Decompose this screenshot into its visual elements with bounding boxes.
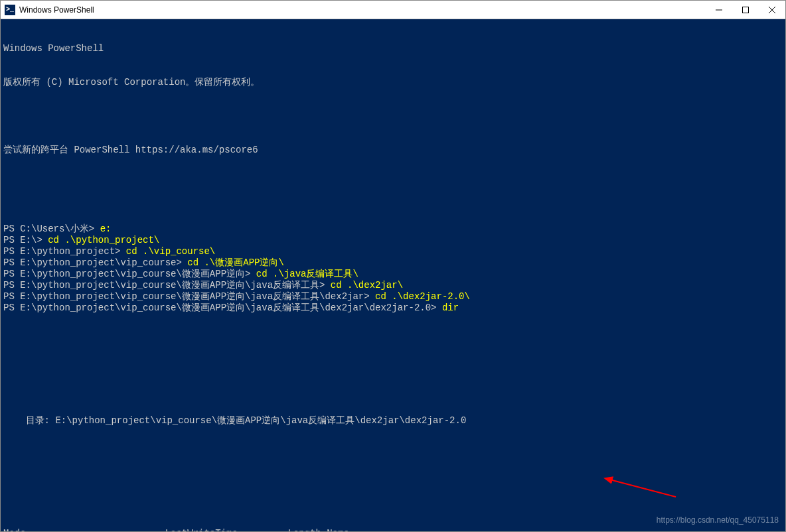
prompt-prefix: PS E:\python_project\vip_course\微漫画APP逆向… [3, 269, 256, 279]
terminal-line [3, 178, 783, 190]
command-line: PS E:\python_project\vip_course\微漫画APP逆向… [3, 302, 783, 314]
list-item: Mode LastWriteTime Length Name [3, 528, 783, 531]
prompt-prefix: PS E:\python_project\vip_course> [3, 257, 187, 268]
command-text: cd .\dex2jar\ [331, 280, 403, 291]
command-text: cd .\微漫画APP逆向\ [187, 257, 284, 268]
watermark-text: https://blog.csdn.net/qq_45075118 [657, 515, 779, 526]
command-text: cd .\vip_course\ [126, 246, 215, 257]
maximize-button[interactable] [732, 1, 759, 19]
prompt-prefix: PS E:\python_project\vip_course\微漫画APP逆向… [3, 280, 331, 291]
prompt-prefix: PS E:\python_project\vip_course\微漫画APP逆向… [3, 291, 375, 302]
command-text: cd .\dex2jar-2.0\ [375, 291, 470, 302]
prompt-block: PS C:\Users\小米> e:PS E:\> cd .\python_pr… [3, 224, 783, 314]
directory-listing: Mode LastWriteTime Length Name---- -----… [3, 528, 783, 531]
terminal[interactable]: Windows PowerShell 版权所有 (C) Microsoft Co… [1, 19, 785, 531]
terminal-line [3, 381, 783, 393]
command-line: PS E:\python_project> cd .\vip_course\ [3, 246, 783, 257]
command-line: PS E:\> cd .\python_project\ [3, 235, 783, 246]
terminal-line [3, 111, 783, 122]
prompt-prefix: PS E:\python_project> [3, 246, 126, 257]
powershell-icon: >_ [5, 5, 15, 15]
command-line: PS E:\python_project\vip_course\微漫画APP逆向… [3, 291, 783, 302]
terminal-line [3, 483, 783, 494]
terminal-line: 版权所有 (C) Microsoft Corporation。保留所有权利。 [3, 77, 783, 88]
command-text: cd .\java反编译工具\ [256, 269, 358, 279]
command-line: PS E:\python_project\vip_course> cd .\微漫… [3, 257, 783, 269]
prompt-prefix: PS E:\> [3, 235, 48, 245]
terminal-line [3, 348, 783, 359]
terminal-line [3, 449, 783, 460]
window-controls [706, 1, 785, 19]
prompt-prefix: PS E:\python_project\vip_course\微漫画APP逆向… [3, 302, 442, 313]
command-text: dir [442, 302, 459, 313]
terminal-line: Windows PowerShell [3, 43, 783, 54]
window: >_ Windows PowerShell Windows PowerShell… [0, 0, 786, 532]
command-line: PS E:\python_project\vip_course\微漫画APP逆向… [3, 269, 783, 280]
close-button[interactable] [759, 1, 785, 19]
command-line: PS E:\python_project\vip_course\微漫画APP逆向… [3, 280, 783, 291]
titlebar[interactable]: >_ Windows PowerShell [1, 1, 785, 19]
minimize-button[interactable] [706, 1, 732, 19]
dir-header: 目录: E:\python_project\vip_course\微漫画APP逆… [3, 415, 783, 427]
svg-rect-1 [743, 7, 749, 13]
command-text: cd .\python_project\ [48, 235, 159, 245]
terminal-line: 尝试新的跨平台 PowerShell https://aka.ms/pscore… [3, 145, 783, 156]
command-text: e: [100, 224, 112, 234]
window-title: Windows PowerShell [19, 5, 706, 15]
prompt-prefix: PS C:\Users\小米> [3, 224, 100, 234]
command-line: PS C:\Users\小米> e: [3, 224, 783, 235]
